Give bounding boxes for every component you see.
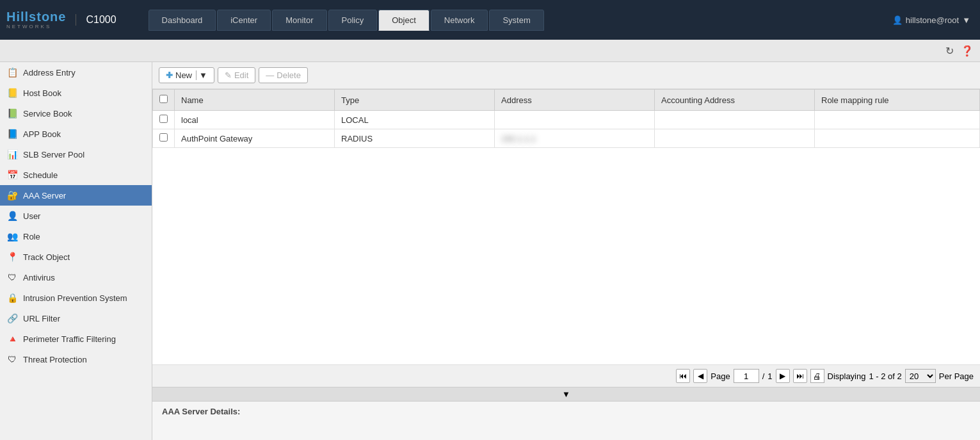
sidebar-label-host-book: Host Book [23, 88, 61, 98]
sidebar-label-app-book: APP Book [23, 129, 61, 139]
edit-label: Edit [234, 70, 248, 80]
sidebar-label-schedule: Schedule [23, 170, 58, 180]
sidebar-item-schedule[interactable]: 📅 Schedule [0, 165, 152, 185]
sidebar-item-intrusion-prevention[interactable]: 🔒 Intrusion Prevention System [0, 288, 152, 308]
intrusion-icon: 🔒 [6, 292, 18, 304]
row2-checkbox[interactable] [159, 133, 168, 142]
aaa-server-icon: 🔐 [6, 190, 18, 201]
toolbar-icons: ↻ ❓ [943, 44, 974, 57]
row1-checkbox-cell [153, 111, 175, 129]
slb-icon: 📊 [6, 149, 18, 160]
row1-checkbox[interactable] [159, 115, 168, 123]
pagination-bar: ⏮ ◀ Page / 1 ▶ ⏭ 🖨 Displaying 1 - 2 of 2… [152, 364, 980, 387]
row2-type: RADIUS [335, 129, 495, 148]
table-row[interactable]: local LOCAL [153, 111, 980, 129]
threat-icon: 🛡 [6, 354, 18, 365]
sidebar-label-intrusion: Intrusion Prevention System [23, 293, 127, 303]
column-type: Type [335, 90, 495, 111]
track-object-icon: 📍 [6, 251, 18, 263]
per-page-label: Per Page [939, 371, 974, 381]
edit-button[interactable]: ✎ Edit [218, 67, 255, 83]
hillstone-logo: Hillstone NETWORKS [6, 10, 66, 29]
per-page-select[interactable]: 20 10 50 100 [905, 369, 936, 383]
sidebar-item-slb-server-pool[interactable]: 📊 SLB Server Pool [0, 144, 152, 165]
sidebar-item-aaa-server[interactable]: 🔐 AAA Server [0, 185, 152, 206]
column-name: Name [175, 90, 335, 111]
content-area: ✚ New ▼ ✎ Edit — Delete [152, 62, 980, 440]
table-row[interactable]: AuthPoint Gateway RADIUS 192.1.1.1 [153, 129, 980, 148]
user-dropdown-icon[interactable]: ▼ [962, 15, 970, 25]
schedule-icon: 📅 [6, 169, 18, 181]
sidebar-item-track-object[interactable]: 📍 Track Object [0, 247, 152, 267]
refresh-icon[interactable]: ↻ [943, 44, 956, 57]
tab-object[interactable]: Object [378, 10, 430, 31]
logo-area: Hillstone NETWORKS C1000 [6, 10, 116, 29]
service-book-icon: 📗 [6, 108, 18, 119]
sidebar-item-host-book[interactable]: 📒 Host Book [0, 83, 152, 103]
page-label: Page [711, 371, 730, 381]
sidebar-item-threat-protection[interactable]: 🛡 Threat Protection [0, 349, 152, 370]
device-id: C1000 [76, 14, 116, 26]
row2-accounting-address [655, 129, 815, 148]
page-input[interactable] [734, 369, 759, 383]
tab-icenter[interactable]: iCenter [217, 10, 271, 31]
tab-monitor[interactable]: Monitor [272, 10, 326, 31]
sidebar-label-slb: SLB Server Pool [23, 150, 84, 159]
new-button[interactable]: ✚ New ▼ [159, 67, 214, 83]
tab-system[interactable]: System [489, 10, 543, 31]
select-all-checkbox[interactable] [159, 95, 168, 103]
url-filter-icon: 🔗 [6, 313, 18, 324]
row1-address [495, 111, 655, 129]
host-book-icon: 📒 [6, 87, 18, 99]
sidebar-item-antivirus[interactable]: 🛡 Antivirus [0, 267, 152, 288]
nav-tabs: Dashboard iCenter Monitor Policy Object … [149, 10, 544, 31]
tab-dashboard[interactable]: Dashboard [149, 10, 216, 31]
sidebar-label-service-book: Service Book [23, 109, 72, 118]
new-dropdown-icon[interactable]: ▼ [196, 70, 207, 80]
last-page-button[interactable]: ⏭ [793, 369, 807, 383]
details-toggle[interactable]: ▼ [152, 387, 980, 401]
role-icon: 👥 [6, 231, 18, 242]
print-button[interactable]: 🖨 [810, 369, 824, 383]
tab-network[interactable]: Network [431, 10, 488, 31]
sidebar-label-track-object: Track Object [23, 252, 70, 262]
first-page-button[interactable]: ⏮ [676, 369, 690, 383]
prev-page-button[interactable]: ◀ [693, 369, 707, 383]
delete-button[interactable]: — Delete [259, 67, 308, 83]
sidebar-item-perimeter-traffic[interactable]: 🔺 Perimeter Traffic Filtering [0, 329, 152, 349]
edit-icon: ✎ [225, 70, 232, 80]
row2-name: AuthPoint Gateway [175, 129, 335, 148]
page-range: 1 - 2 of 2 [869, 371, 901, 381]
chevron-down-icon: ▼ [562, 389, 570, 399]
sidebar-label-role: Role [23, 232, 40, 241]
header: Hillstone NETWORKS C1000 Dashboard iCent… [0, 0, 980, 40]
sidebar-item-role[interactable]: 👥 Role [0, 226, 152, 247]
page-separator: / [762, 371, 765, 381]
sidebar-item-address-entry[interactable]: 📋 Address Entry [0, 62, 152, 83]
sidebar-label-url-filter: URL Filter [23, 314, 60, 323]
sidebar-label-aaa-server: AAA Server [23, 191, 66, 200]
new-label: New [175, 70, 192, 80]
aaa-server-table: Name Type Address Accounting Address Rol… [152, 89, 980, 148]
action-bar: ✚ New ▼ ✎ Edit — Delete [152, 62, 980, 89]
main-container: 📋 Address Entry 📒 Host Book 📗 Service Bo… [0, 62, 980, 440]
sidebar-label-threat: Threat Protection [23, 355, 87, 364]
sidebar: 📋 Address Entry 📒 Host Book 📗 Service Bo… [0, 62, 152, 440]
app-book-icon: 📘 [6, 128, 18, 140]
address-entry-icon: 📋 [6, 67, 18, 78]
next-page-button[interactable]: ▶ [776, 369, 790, 383]
row1-accounting-address [655, 111, 815, 129]
perimeter-icon: 🔺 [6, 333, 18, 345]
row1-role-mapping [815, 111, 980, 129]
help-icon[interactable]: ❓ [961, 44, 974, 57]
details-title: AAA Server Details: [152, 402, 980, 440]
tab-policy[interactable]: Policy [328, 10, 378, 31]
delete-label: Delete [277, 70, 301, 80]
sidebar-item-user[interactable]: 👤 User [0, 206, 152, 226]
row2-address: 192.1.1.1 [495, 129, 655, 148]
table-container: Name Type Address Accounting Address Rol… [152, 89, 980, 364]
sidebar-item-service-book[interactable]: 📗 Service Book [0, 103, 152, 124]
sidebar-item-app-book[interactable]: 📘 APP Book [0, 124, 152, 144]
sidebar-item-url-filter[interactable]: 🔗 URL Filter [0, 308, 152, 329]
displaying-label: Displaying [828, 371, 866, 381]
